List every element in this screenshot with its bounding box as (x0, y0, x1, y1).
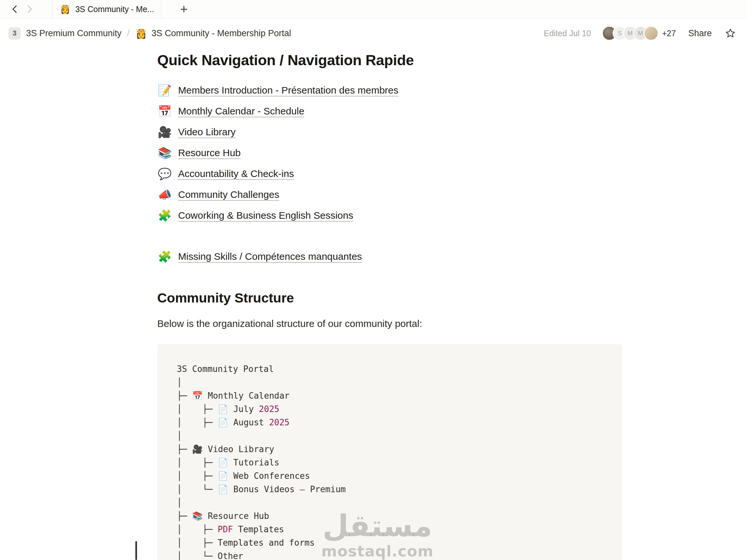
nav-link-coworking-sessions[interactable]: 🧩 Coworking & Business English Sessions (157, 205, 353, 226)
nav-link-accountability[interactable]: 💬 Accountability & Check-ins (157, 163, 294, 184)
code-line: 3S Community Portal (177, 363, 603, 376)
page-emoji-icon: 👸 (60, 4, 71, 14)
calendar-icon: 📅 (157, 105, 172, 118)
memo-icon: 📝 (157, 84, 172, 97)
chevron-right-icon (24, 4, 34, 14)
new-tab-button[interactable]: + (180, 3, 187, 16)
avatar[interactable] (644, 26, 658, 41)
nav-link-community-challenges[interactable]: 📣 Community Challenges (157, 184, 279, 205)
app-window: 👸 3S Community - Me... + 3 3S Premium Co… (0, 0, 747, 560)
share-button[interactable]: Share (688, 28, 712, 38)
structure-intro-text: Below is the organizational structure of… (157, 318, 747, 329)
chevron-left-icon (10, 4, 20, 14)
back-button[interactable] (8, 2, 22, 16)
section-heading-community-structure: Community Structure (157, 290, 747, 306)
code-line: │ (177, 376, 603, 389)
tab-bar: 👸 3S Community - Me... + (0, 0, 747, 19)
nav-link-label: Accountability & Check-ins (178, 168, 294, 179)
code-line: │ ├─ 📄 Tutorials (177, 456, 603, 470)
nav-link-video-library[interactable]: 🎥 Video Library (157, 122, 235, 142)
code-line: │ └─ 📄 Bonus Videos – Premium (177, 483, 603, 496)
breadcrumb-separator: / (127, 28, 130, 38)
section-heading-quick-navigation: Quick Navigation / Navigation Rapide (157, 52, 747, 69)
nav-link-label: Missing Skills / Compétences manquantes (178, 251, 362, 262)
movie-camera-icon: 🎥 (157, 126, 172, 138)
code-line: │ ├─ Templates and forms (177, 536, 603, 550)
workspace-badge: 3 (8, 27, 21, 39)
books-icon: 📚 (157, 146, 172, 159)
nav-link-members-introduction[interactable]: 📝 Members Introduction - Présentation de… (157, 80, 398, 101)
breadcrumb-bar: 3 3S Premium Community / 👸 3S Community … (0, 19, 747, 48)
nav-link-label: Members Introduction - Présentation des … (178, 85, 398, 96)
forward-button[interactable] (22, 2, 36, 16)
document-body: Quick Navigation / Navigation Rapide 📝 M… (0, 48, 747, 560)
nav-link-label: Coworking & Business English Sessions (178, 210, 353, 221)
code-line: │ ├─ 📄 Web Conferences (177, 470, 603, 483)
speech-balloon-icon: 💬 (157, 167, 172, 180)
code-block[interactable]: 3S Community Portal│├─ 📅 Monthly Calenda… (157, 344, 622, 560)
nav-link-label: Community Challenges (178, 189, 279, 200)
tab-title: 3S Community - Me... (75, 5, 154, 14)
puzzle-piece-icon: 🧩 (157, 250, 172, 263)
code-line: │ ├─ 📄 July 2025 (177, 403, 603, 416)
edited-timestamp: Edited Jul 10 (544, 29, 591, 38)
nav-link-monthly-calendar[interactable]: 📅 Monthly Calendar - Schedule (157, 101, 304, 122)
nav-link-label: Monthly Calendar - Schedule (178, 106, 304, 117)
more-collaborators-count[interactable]: +27 (662, 29, 676, 38)
browser-tab-active[interactable]: 👸 3S Community - Me... (52, 0, 161, 19)
collaborator-avatars[interactable]: S M M (602, 26, 658, 41)
code-line: │ ├─ 📄 August 2025 (177, 416, 603, 429)
code-line: ├─ 🎥 Video Library (177, 443, 603, 456)
nav-link-label: Video Library (178, 127, 235, 138)
code-line: │ (177, 429, 603, 443)
nav-link-resource-hub[interactable]: 📚 Resource Hub (157, 142, 241, 163)
nav-link-missing-skills[interactable]: 🧩 Missing Skills / Compétences manquante… (157, 246, 362, 267)
code-line: │ └─ Other (177, 550, 603, 560)
favorite-star-icon[interactable] (725, 28, 736, 39)
nav-link-label: Resource Hub (178, 147, 241, 158)
breadcrumb-workspace[interactable]: 3S Premium Community (26, 28, 122, 38)
code-line: │ (177, 496, 603, 509)
code-line: ├─ 📚 Resource Hub (177, 509, 603, 523)
topbar-actions: Edited Jul 10 S M M +27 Share (544, 26, 736, 41)
code-content: 3S Community Portal│├─ 📅 Monthly Calenda… (177, 363, 603, 560)
breadcrumb-page-title[interactable]: 3S Community - Membership Portal (152, 28, 291, 38)
code-line: │ ├─ PDF Templates (177, 523, 603, 536)
code-line: ├─ 📅 Monthly Calendar (177, 389, 603, 403)
page-emoji-icon: 👸 (135, 28, 147, 39)
puzzle-piece-icon: 🧩 (157, 209, 172, 222)
left-scrollbar-thumb[interactable] (135, 541, 137, 560)
megaphone-icon: 📣 (157, 188, 172, 201)
